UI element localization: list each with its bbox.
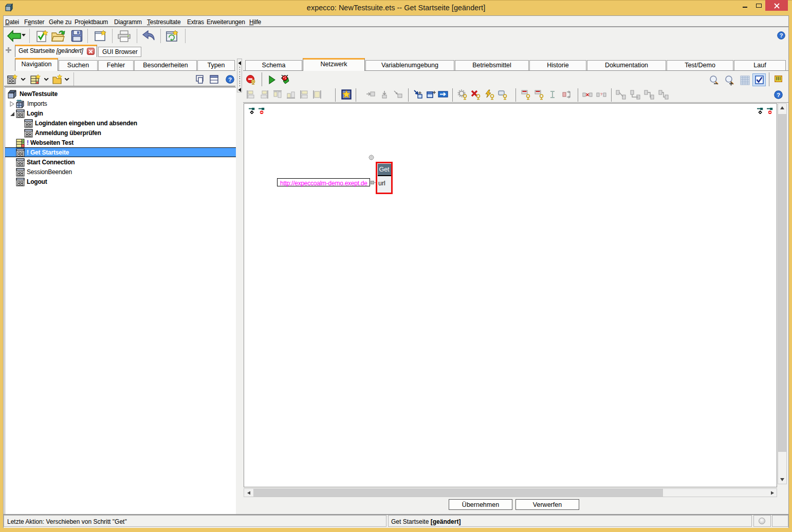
svg-text:?: ? (600, 92, 603, 97)
svg-text:?: ? (228, 76, 232, 83)
svg-text:?: ? (777, 91, 780, 98)
svg-text:?: ? (780, 32, 783, 39)
